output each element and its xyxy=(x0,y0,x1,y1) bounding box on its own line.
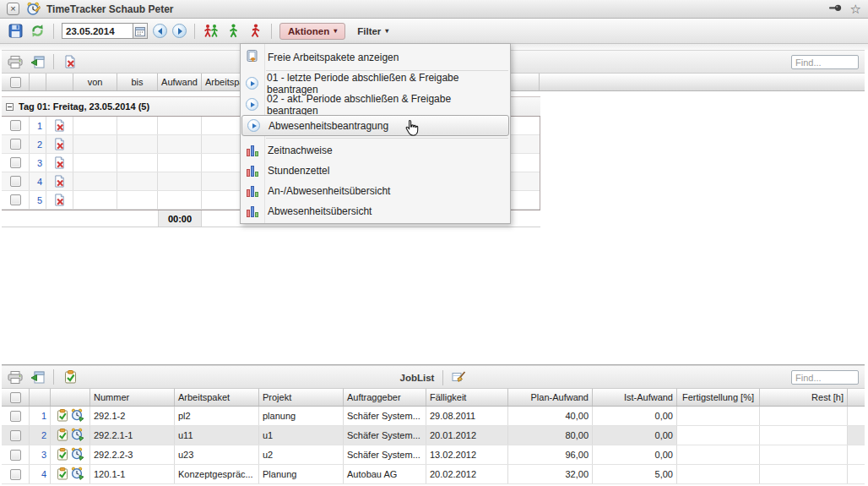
row-checkbox[interactable] xyxy=(2,445,30,464)
auftraggeber-cell: Autobau AG xyxy=(344,465,426,483)
close-button[interactable]: × xyxy=(7,3,19,15)
von-cell[interactable] xyxy=(73,172,117,190)
projekt-cell: u1 xyxy=(259,426,344,445)
column-header-aufwand[interactable]: Aufwand xyxy=(158,74,202,90)
print-icon[interactable] xyxy=(7,52,24,71)
aufwand-cell[interactable] xyxy=(158,117,202,134)
bis-cell[interactable] xyxy=(117,154,158,172)
rest-cell[interactable] xyxy=(760,445,848,464)
column-header-von[interactable]: von xyxy=(73,74,117,90)
rest-cell[interactable] xyxy=(760,465,848,483)
delete-row-icon[interactable] xyxy=(46,172,73,190)
row-checkbox[interactable] xyxy=(2,465,30,483)
select-all-checkbox[interactable] xyxy=(2,389,30,406)
column-header-auftraggeber[interactable]: Auftraggeber xyxy=(344,389,426,406)
icons-column-header xyxy=(51,389,90,406)
joblist-find-input[interactable] xyxy=(791,370,859,385)
bis-cell[interactable] xyxy=(117,191,158,209)
menu-item-periode-02[interactable]: 02 - akt. Periode abschließen & Freigabe… xyxy=(241,94,510,115)
delete-row-icon[interactable] xyxy=(46,191,73,209)
chevron-down-icon: ▾ xyxy=(385,28,388,35)
delete-row-icon[interactable] xyxy=(46,154,73,172)
calendar-picker-icon[interactable] xyxy=(133,23,148,39)
delete-row-icon[interactable] xyxy=(46,135,73,153)
column-header-faelligkeit[interactable]: Fälligkeit xyxy=(426,389,508,406)
time-entry-find-input[interactable] xyxy=(791,55,859,69)
arbeitspaket-cell: Konzeptgespräc... xyxy=(175,465,259,483)
rest-cell[interactable] xyxy=(760,407,848,425)
aufwand-cell[interactable] xyxy=(158,191,202,209)
aufwand-cell[interactable] xyxy=(158,154,202,172)
von-cell[interactable] xyxy=(73,117,117,134)
row-checkbox[interactable] xyxy=(2,426,30,445)
book-package-icon[interactable] xyxy=(57,409,68,423)
present-person-icon[interactable] xyxy=(225,22,241,41)
bis-cell[interactable] xyxy=(117,117,158,134)
row-checkbox[interactable] xyxy=(2,191,30,209)
menu-item-abwesenheitsuebersicht[interactable]: Abwesenheitsübersicht xyxy=(241,201,510,221)
von-cell[interactable] xyxy=(73,154,117,172)
absent-person-icon[interactable] xyxy=(247,22,263,41)
menu-item-freie-arbeitspakete[interactable]: Freie Arbeitspakete anzeigen xyxy=(241,46,510,68)
date-input[interactable] xyxy=(62,23,133,39)
people-exchange-icon[interactable] xyxy=(203,22,220,41)
von-cell[interactable] xyxy=(73,191,117,209)
book-package-icon[interactable] xyxy=(57,429,68,443)
aufwand-cell[interactable] xyxy=(158,172,202,190)
previous-day-button[interactable] xyxy=(153,24,167,38)
aktionen-menu-button[interactable]: Aktionen ▾ xyxy=(279,23,345,40)
bar-chart-icon xyxy=(246,165,259,177)
save-icon[interactable] xyxy=(7,22,24,41)
fertigstellung-cell[interactable] xyxy=(677,465,760,483)
favorite-star-icon[interactable]: ☆ xyxy=(850,3,861,15)
menu-item-an-abwesenheitsuebersicht[interactable]: An-/Abwesenheitsübersicht xyxy=(241,181,510,201)
menu-item-periode-01[interactable]: 01 - letzte Periode abschließen & Freiga… xyxy=(241,73,510,94)
clear-filter-icon[interactable] xyxy=(452,371,466,385)
filter-menu-button[interactable]: Filter ▾ xyxy=(350,24,395,39)
aufwand-cell[interactable] xyxy=(158,135,202,153)
start-booking-clock-icon[interactable] xyxy=(71,467,84,482)
menu-item-stundenzettel[interactable]: Stundenzettel xyxy=(241,161,510,181)
column-header-arbeitspaket[interactable]: Arbeitspaket xyxy=(175,389,259,406)
fertigstellung-cell[interactable] xyxy=(677,407,760,425)
column-header-bis[interactable]: bis xyxy=(117,74,158,90)
book-package-icon[interactable] xyxy=(57,448,68,462)
delete-row-icon[interactable] xyxy=(46,117,73,134)
menu-item-zeitnachweise[interactable]: Zeitnachweise xyxy=(241,140,510,161)
pin-icon[interactable] xyxy=(828,3,843,14)
von-cell[interactable] xyxy=(73,135,117,153)
start-booking-clock-icon[interactable] xyxy=(71,447,84,462)
plan-aufwand-cell: 32,00 xyxy=(508,465,593,483)
menu-item-abwesenheitsbeantragung[interactable]: Abwesenheitsbeantragung xyxy=(241,115,509,136)
column-header-ist-aufwand[interactable]: Ist-Aufwand xyxy=(593,389,677,406)
row-checkbox[interactable] xyxy=(2,117,30,134)
bis-cell[interactable] xyxy=(117,135,158,153)
filler-cell xyxy=(848,407,865,425)
book-selected-icon[interactable] xyxy=(62,368,79,386)
column-header-projekt[interactable]: Projekt xyxy=(259,389,344,406)
print-icon[interactable] xyxy=(7,368,24,386)
rest-cell[interactable] xyxy=(760,426,848,445)
work-package-icon xyxy=(246,49,259,65)
fertigstellung-cell[interactable] xyxy=(677,445,760,464)
start-booking-clock-icon[interactable] xyxy=(71,408,84,423)
bis-cell[interactable] xyxy=(117,172,158,190)
delete-rows-icon[interactable] xyxy=(62,52,79,71)
column-header-fertigstellung[interactable]: Fertigstellung [%] xyxy=(677,389,760,406)
next-day-button[interactable] xyxy=(172,24,187,38)
row-checkbox[interactable] xyxy=(2,135,30,153)
book-package-icon[interactable] xyxy=(57,467,68,482)
column-header-nummer[interactable]: Nummer xyxy=(90,389,175,406)
row-checkbox[interactable] xyxy=(2,154,30,172)
export-icon[interactable] xyxy=(29,52,46,71)
fertigstellung-cell[interactable] xyxy=(677,426,760,445)
export-icon[interactable] xyxy=(29,368,46,386)
column-header-plan-aufwand[interactable]: Plan-Aufwand xyxy=(508,389,593,406)
collapse-group-icon[interactable] xyxy=(6,103,14,111)
row-checkbox[interactable] xyxy=(2,407,30,425)
select-all-checkbox[interactable] xyxy=(2,74,30,90)
refresh-icon[interactable] xyxy=(29,22,46,41)
column-header-rest[interactable]: Rest [h] xyxy=(760,389,848,406)
row-checkbox[interactable] xyxy=(2,172,30,190)
start-booking-clock-icon[interactable] xyxy=(71,428,84,443)
